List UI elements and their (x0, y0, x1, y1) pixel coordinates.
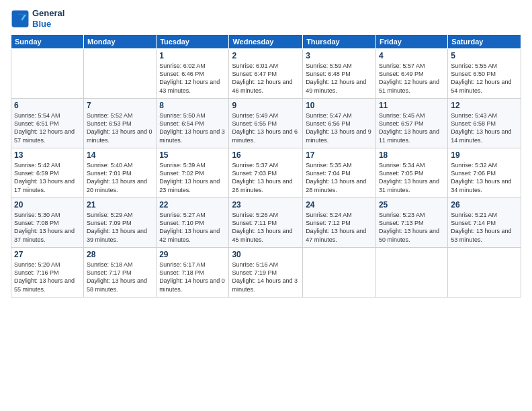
day-info: Sunrise: 5:54 AMSunset: 6:51 PMDaylight:… (14, 111, 81, 144)
day-number: 17 (306, 150, 373, 160)
logo-icon (11, 9, 30, 28)
day-number: 1 (159, 51, 226, 60)
day-info: Sunrise: 5:49 AMSunset: 6:55 PMDaylight:… (232, 111, 300, 144)
weekday-header-thursday: Thursday (303, 35, 376, 49)
weekday-header-monday: Monday (83, 35, 156, 49)
day-number: 8 (159, 101, 226, 110)
day-info: Sunrise: 5:55 AMSunset: 6:50 PMDaylight:… (451, 62, 518, 95)
day-number: 30 (232, 250, 300, 259)
calendar-cell: 18Sunrise: 5:34 AMSunset: 7:05 PMDayligh… (375, 148, 447, 198)
calendar-cell: 26Sunrise: 5:21 AMSunset: 7:14 PMDayligh… (448, 198, 521, 248)
day-number: 6 (14, 101, 81, 110)
weekday-header-saturday: Saturday (448, 35, 521, 49)
day-number: 3 (306, 51, 373, 60)
day-info: Sunrise: 5:20 AMSunset: 7:16 PMDaylight:… (14, 261, 81, 293)
calendar-cell: 5Sunrise: 5:55 AMSunset: 6:50 PMDaylight… (448, 49, 521, 99)
calendar-cell: 12Sunrise: 5:43 AMSunset: 6:58 PMDayligh… (448, 99, 521, 148)
calendar-cell: 17Sunrise: 5:35 AMSunset: 7:04 PMDayligh… (303, 148, 376, 198)
day-info: Sunrise: 5:45 AMSunset: 6:57 PMDaylight:… (379, 111, 445, 144)
calendar-cell: 1Sunrise: 6:02 AMSunset: 6:46 PMDaylight… (157, 49, 229, 99)
calendar-cell: 20Sunrise: 5:30 AMSunset: 7:08 PMDayligh… (11, 198, 84, 248)
day-info: Sunrise: 5:27 AMSunset: 7:10 PMDaylight:… (159, 211, 226, 244)
day-info: Sunrise: 5:43 AMSunset: 6:58 PMDaylight:… (451, 111, 518, 144)
calendar-cell: 14Sunrise: 5:40 AMSunset: 7:01 PMDayligh… (83, 148, 156, 198)
day-info: Sunrise: 6:01 AMSunset: 6:47 PMDaylight:… (232, 62, 300, 95)
calendar-cell: 15Sunrise: 5:39 AMSunset: 7:02 PMDayligh… (157, 148, 229, 198)
day-info: Sunrise: 5:40 AMSunset: 7:01 PMDaylight:… (87, 161, 153, 194)
week-row-1: 1Sunrise: 6:02 AMSunset: 6:46 PMDaylight… (11, 49, 521, 99)
day-info: Sunrise: 5:26 AMSunset: 7:11 PMDaylight:… (232, 211, 300, 244)
weekday-header-friday: Friday (375, 35, 447, 49)
day-info: Sunrise: 5:52 AMSunset: 6:53 PMDaylight:… (87, 111, 153, 144)
day-info: Sunrise: 5:23 AMSunset: 7:13 PMDaylight:… (379, 211, 445, 244)
day-number: 25 (379, 200, 445, 210)
calendar-cell: 9Sunrise: 5:49 AMSunset: 6:55 PMDaylight… (229, 99, 303, 148)
day-info: Sunrise: 5:24 AMSunset: 7:12 PMDaylight:… (306, 211, 373, 244)
week-row-2: 6Sunrise: 5:54 AMSunset: 6:51 PMDaylight… (11, 99, 521, 148)
weekday-header-tuesday: Tuesday (157, 35, 229, 49)
day-info: Sunrise: 5:34 AMSunset: 7:05 PMDaylight:… (379, 161, 445, 194)
day-info: Sunrise: 5:57 AMSunset: 6:49 PMDaylight:… (379, 62, 445, 95)
day-info: Sunrise: 5:39 AMSunset: 7:02 PMDaylight:… (159, 161, 226, 194)
calendar-cell: 13Sunrise: 5:42 AMSunset: 6:59 PMDayligh… (11, 148, 84, 198)
day-number: 27 (14, 250, 81, 259)
day-number: 18 (379, 150, 445, 160)
day-number: 15 (159, 150, 226, 160)
calendar-cell (83, 49, 156, 99)
calendar-cell: 22Sunrise: 5:27 AMSunset: 7:10 PMDayligh… (157, 198, 229, 248)
calendar-table: SundayMondayTuesdayWednesdayThursdayFrid… (11, 34, 521, 298)
week-row-4: 20Sunrise: 5:30 AMSunset: 7:08 PMDayligh… (11, 198, 521, 248)
day-number: 19 (451, 150, 518, 160)
day-info: Sunrise: 5:59 AMSunset: 6:48 PMDaylight:… (306, 62, 373, 95)
header: General Blue (11, 8, 521, 29)
week-row-3: 13Sunrise: 5:42 AMSunset: 6:59 PMDayligh… (11, 148, 521, 198)
day-info: Sunrise: 5:29 AMSunset: 7:09 PMDaylight:… (87, 211, 153, 244)
day-number: 20 (14, 200, 81, 210)
day-number: 9 (232, 101, 300, 110)
weekday-header-wednesday: Wednesday (229, 35, 303, 49)
day-number: 28 (87, 250, 153, 259)
week-row-5: 27Sunrise: 5:20 AMSunset: 7:16 PMDayligh… (11, 248, 521, 298)
day-number: 22 (159, 200, 226, 210)
day-number: 24 (306, 200, 373, 210)
calendar-cell (303, 248, 376, 298)
day-number: 16 (232, 150, 300, 160)
calendar-cell: 4Sunrise: 5:57 AMSunset: 6:49 PMDaylight… (375, 49, 447, 99)
day-info: Sunrise: 5:32 AMSunset: 7:06 PMDaylight:… (451, 161, 518, 194)
calendar-cell: 30Sunrise: 5:16 AMSunset: 7:19 PMDayligh… (229, 248, 303, 298)
calendar-cell (11, 49, 84, 99)
day-info: Sunrise: 5:50 AMSunset: 6:54 PMDaylight:… (159, 111, 226, 144)
day-info: Sunrise: 5:37 AMSunset: 7:03 PMDaylight:… (232, 161, 300, 194)
day-number: 2 (232, 51, 300, 60)
calendar-cell (375, 248, 447, 298)
calendar-cell (448, 248, 521, 298)
calendar-cell: 11Sunrise: 5:45 AMSunset: 6:57 PMDayligh… (375, 99, 447, 148)
day-number: 10 (306, 101, 373, 110)
day-number: 23 (232, 200, 300, 210)
calendar-cell: 10Sunrise: 5:47 AMSunset: 6:56 PMDayligh… (303, 99, 376, 148)
page: General Blue SundayMondayTuesdayWednesda… (0, 0, 532, 411)
weekday-header-row: SundayMondayTuesdayWednesdayThursdayFrid… (11, 35, 521, 49)
day-number: 14 (87, 150, 153, 160)
calendar-cell: 3Sunrise: 5:59 AMSunset: 6:48 PMDaylight… (303, 49, 376, 99)
day-number: 29 (159, 250, 226, 259)
day-number: 13 (14, 150, 81, 160)
calendar-cell: 29Sunrise: 5:17 AMSunset: 7:18 PMDayligh… (157, 248, 229, 298)
logo-text: General Blue (32, 8, 64, 29)
day-info: Sunrise: 5:47 AMSunset: 6:56 PMDaylight:… (306, 111, 373, 144)
calendar-cell: 6Sunrise: 5:54 AMSunset: 6:51 PMDaylight… (11, 99, 84, 148)
calendar-cell: 7Sunrise: 5:52 AMSunset: 6:53 PMDaylight… (83, 99, 156, 148)
calendar-cell: 25Sunrise: 5:23 AMSunset: 7:13 PMDayligh… (375, 198, 447, 248)
calendar-cell: 24Sunrise: 5:24 AMSunset: 7:12 PMDayligh… (303, 198, 376, 248)
calendar-cell: 2Sunrise: 6:01 AMSunset: 6:47 PMDaylight… (229, 49, 303, 99)
calendar-cell: 8Sunrise: 5:50 AMSunset: 6:54 PMDaylight… (157, 99, 229, 148)
day-number: 12 (451, 101, 518, 110)
calendar-cell: 28Sunrise: 5:18 AMSunset: 7:17 PMDayligh… (83, 248, 156, 298)
day-info: Sunrise: 6:02 AMSunset: 6:46 PMDaylight:… (159, 62, 226, 95)
calendar-cell: 21Sunrise: 5:29 AMSunset: 7:09 PMDayligh… (83, 198, 156, 248)
day-info: Sunrise: 5:16 AMSunset: 7:19 PMDaylight:… (232, 261, 300, 293)
day-number: 5 (451, 51, 518, 60)
day-number: 21 (87, 200, 153, 210)
day-info: Sunrise: 5:35 AMSunset: 7:04 PMDaylight:… (306, 161, 373, 194)
weekday-header-sunday: Sunday (11, 35, 84, 49)
